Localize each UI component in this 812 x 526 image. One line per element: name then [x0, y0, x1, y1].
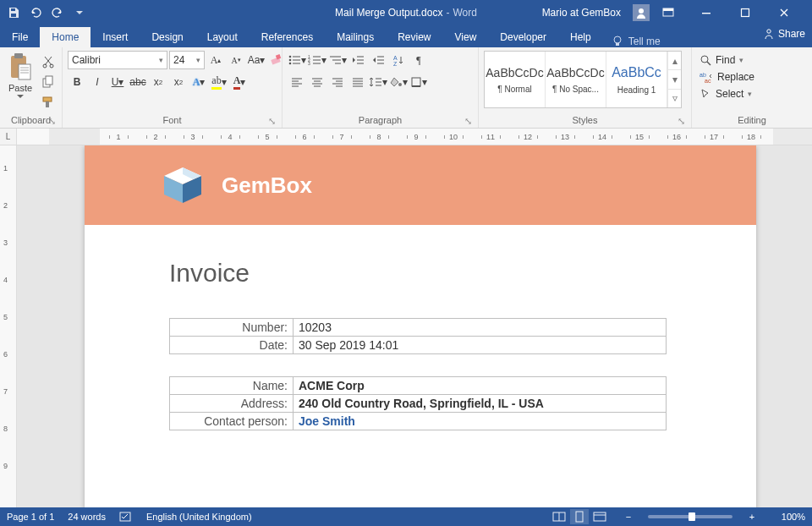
- dialog-launcher-icon[interactable]: ⤡: [676, 116, 686, 126]
- styles-gallery[interactable]: AaBbCcDc ¶ Normal AaBbCcDc ¶ No Spac... …: [484, 51, 682, 108]
- font-size-combo[interactable]: 24 ▾: [169, 51, 205, 69]
- status-language[interactable]: English (United Kingdom): [146, 512, 252, 522]
- select-button[interactable]: Select ▾: [697, 86, 757, 101]
- dialog-launcher-icon[interactable]: ⤡: [47, 116, 57, 126]
- line-spacing-icon[interactable]: ▾: [369, 73, 387, 91]
- redo-icon[interactable]: [51, 6, 64, 19]
- cell-value: ACME Corp: [294, 377, 667, 395]
- font-color-icon[interactable]: A▾: [230, 73, 249, 91]
- svg-point-24: [289, 56, 292, 58]
- increase-indent-icon[interactable]: [369, 51, 387, 69]
- dialog-launcher-icon[interactable]: ⤡: [266, 116, 277, 126]
- copy-icon[interactable]: [39, 73, 58, 91]
- zoom-slider[interactable]: [648, 515, 732, 518]
- status-page[interactable]: Page 1 of 1: [7, 512, 54, 522]
- tab-mailings[interactable]: Mailings: [325, 27, 386, 47]
- user-name-label[interactable]: Mario at GemBox: [542, 7, 621, 19]
- style-normal[interactable]: AaBbCcDc ¶ Normal: [485, 52, 546, 107]
- bold-button[interactable]: B: [68, 73, 86, 91]
- cut-icon[interactable]: [39, 52, 58, 71]
- shading-icon[interactable]: ▾: [389, 73, 408, 91]
- status-word-count[interactable]: 24 words: [68, 512, 106, 522]
- tab-home[interactable]: Home: [40, 27, 91, 47]
- save-icon[interactable]: [7, 6, 20, 19]
- sort-icon[interactable]: AZ: [389, 51, 408, 69]
- format-painter-icon[interactable]: [39, 93, 58, 112]
- customer-info-table: Name: ACME Corp Address: 240 Old Country…: [169, 376, 667, 430]
- tab-view[interactable]: View: [443, 27, 489, 47]
- document-canvas[interactable]: GemBox Invoice Number: 10203 Date: 30 Se…: [17, 145, 812, 507]
- font-name-combo[interactable]: Calibri ▾: [68, 51, 167, 69]
- tab-design[interactable]: Design: [140, 27, 195, 47]
- print-layout-icon[interactable]: [570, 509, 589, 524]
- ribbon: Paste Clipboard ⤡ Calibri ▾ 24: [0, 47, 812, 129]
- align-center-icon[interactable]: [308, 73, 326, 91]
- document-body[interactable]: Invoice Number: 10203 Date: 30 Sep 2019 …: [85, 225, 756, 430]
- qat-customize-icon[interactable]: [73, 6, 86, 19]
- decrease-indent-icon[interactable]: [348, 51, 367, 69]
- ruler-tick: 10: [435, 133, 472, 141]
- vertical-ruler[interactable]: 123456789: [0, 145, 17, 507]
- style-heading-1[interactable]: AaBbCc Heading 1: [606, 52, 667, 107]
- user-avatar-icon[interactable]: [633, 4, 650, 21]
- multilevel-list-icon[interactable]: ▾: [328, 51, 347, 69]
- tab-help[interactable]: Help: [558, 27, 603, 47]
- contact-link[interactable]: Joe Smith: [299, 414, 355, 428]
- show-paragraph-marks-icon[interactable]: ¶: [409, 51, 428, 69]
- undo-icon[interactable]: [29, 6, 42, 19]
- highlight-color-icon[interactable]: ab▾: [210, 73, 228, 91]
- zoom-level[interactable]: 100%: [771, 512, 805, 522]
- scroll-up-icon[interactable]: ▴: [668, 52, 681, 70]
- replace-button[interactable]: abac Replace: [697, 69, 757, 85]
- tab-developer[interactable]: Developer: [488, 27, 558, 47]
- tab-layout[interactable]: Layout: [195, 27, 250, 47]
- web-layout-icon[interactable]: [590, 509, 609, 524]
- bullets-icon[interactable]: ▾: [288, 51, 306, 69]
- statusbar: Page 1 of 1 24 words English (United Kin…: [0, 507, 812, 526]
- maximize-button[interactable]: [726, 0, 765, 25]
- ribbon-display-options-icon[interactable]: [661, 6, 675, 19]
- window-controls: [687, 0, 804, 25]
- borders-icon[interactable]: ▾: [409, 73, 428, 91]
- numbering-icon[interactable]: 123▾: [308, 51, 326, 69]
- minimize-button[interactable]: [687, 0, 726, 25]
- tab-stop-selector[interactable]: L: [0, 129, 17, 145]
- tab-file[interactable]: File: [0, 27, 40, 47]
- tell-me-search[interactable]: Tell me: [603, 36, 661, 47]
- group-label-styles: Styles ⤡: [484, 113, 686, 128]
- tab-references[interactable]: References: [250, 27, 325, 47]
- horizontal-ruler[interactable]: 123456789101112131415161718: [17, 129, 812, 145]
- share-button[interactable]: Share: [763, 28, 805, 40]
- superscript-button[interactable]: x2: [169, 73, 188, 91]
- zoom-in-button[interactable]: +: [746, 512, 758, 522]
- strikethrough-button[interactable]: abc: [129, 73, 147, 91]
- align-right-icon[interactable]: [328, 73, 347, 91]
- justify-icon[interactable]: [348, 73, 367, 91]
- text-effects-icon[interactable]: A▾: [189, 73, 208, 91]
- close-button[interactable]: [765, 0, 804, 25]
- proofing-icon[interactable]: [119, 511, 133, 523]
- read-mode-icon[interactable]: [550, 509, 568, 524]
- scroll-down-icon[interactable]: ▾: [668, 70, 681, 89]
- find-button[interactable]: Find ▾: [697, 52, 757, 68]
- paste-button[interactable]: Paste: [5, 51, 36, 101]
- tab-review[interactable]: Review: [386, 27, 442, 47]
- style-no-spacing[interactable]: AaBbCcDc ¶ No Spac...: [546, 52, 606, 107]
- italic-button[interactable]: I: [88, 73, 107, 91]
- gallery-scroller[interactable]: ▴ ▾ ▿: [667, 52, 681, 107]
- shrink-font-icon[interactable]: A▾: [227, 51, 245, 69]
- tab-insert[interactable]: Insert: [91, 27, 140, 47]
- subscript-button[interactable]: x2: [149, 73, 167, 91]
- grow-font-icon[interactable]: A▴: [206, 51, 225, 69]
- svg-rect-5: [702, 13, 710, 14]
- align-left-icon[interactable]: [288, 73, 306, 91]
- chevron-down-icon: ▾: [159, 56, 163, 64]
- zoom-out-button[interactable]: −: [623, 512, 634, 522]
- ruler-tick: 2: [3, 201, 8, 210]
- dialog-launcher-icon[interactable]: ⤡: [463, 116, 473, 126]
- gallery-expand-icon[interactable]: ▿: [668, 90, 681, 107]
- change-case-icon[interactable]: Aa▾: [247, 51, 266, 69]
- ruler-tick: 17: [695, 133, 732, 141]
- zoom-slider-thumb[interactable]: [689, 512, 695, 521]
- underline-button[interactable]: U▾: [108, 73, 127, 91]
